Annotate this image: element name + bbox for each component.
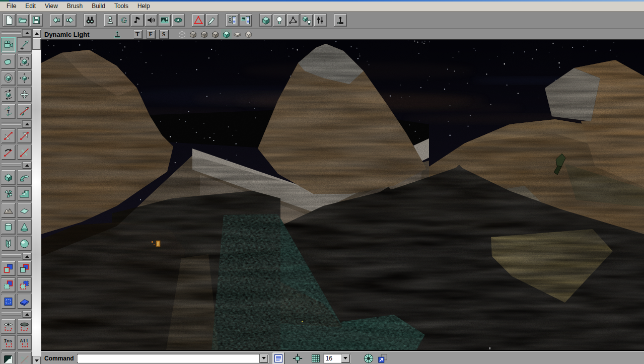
flip-clip-button[interactable] (1, 145, 16, 160)
delete-clip-button[interactable] (17, 145, 32, 160)
render-mode-zone-portal-button[interactable] (188, 29, 198, 39)
play-level-icon[interactable] (113, 30, 122, 39)
menu-item-edit[interactable]: Edit (21, 2, 40, 11)
surface-properties-button[interactable] (239, 14, 252, 27)
csg-intersect-button[interactable] (1, 277, 16, 293)
render-mode-flat-shaded-button[interactable] (232, 29, 243, 39)
show-all-actors-button[interactable]: All (17, 335, 32, 350)
scrollbar-thumb[interactable] (32, 38, 41, 50)
texture-browser-button[interactable] (158, 14, 171, 27)
render-mode-dynamic-light-button[interactable] (221, 29, 232, 39)
grid-size-dropdown-button[interactable] (341, 354, 350, 363)
show-selected-actors-button[interactable] (1, 319, 16, 334)
up-arrow-icon (35, 32, 39, 35)
texture-rotate-button[interactable]: T (1, 104, 16, 119)
vertex-editing-button[interactable] (17, 37, 32, 52)
menu-item-brush[interactable]: Brush (62, 2, 87, 11)
menu-item-help[interactable]: Help (133, 2, 155, 11)
actor-stretch-button[interactable] (17, 70, 32, 86)
volumetric-brush-button[interactable] (1, 236, 16, 251)
rebuild-all-button[interactable] (300, 14, 313, 27)
actor-move-button[interactable] (17, 87, 32, 102)
sound-browser-button[interactable] (145, 14, 158, 27)
grid-snap-button[interactable] (310, 353, 321, 364)
prefab-tool-button[interactable] (205, 14, 219, 27)
mesh-browser-button[interactable] (172, 14, 185, 27)
sphere-brush-button[interactable] (17, 236, 32, 251)
menu-item-build[interactable]: Build (87, 2, 110, 11)
brush-stretch-button[interactable] (1, 70, 16, 86)
cylinder-brush-button[interactable] (1, 220, 16, 235)
collapse-group-button[interactable] (22, 311, 32, 318)
render-mode-unlit-button[interactable] (243, 29, 254, 39)
actor-scale-button[interactable] (17, 54, 32, 69)
menu-item-file[interactable]: File (2, 2, 21, 11)
open-log-button[interactable] (272, 352, 285, 364)
actor-class-browser-button[interactable] (104, 14, 117, 27)
cube-brush-button[interactable] (1, 170, 16, 185)
group-browser-button[interactable]: G (117, 14, 130, 27)
mesh-viewer-button[interactable] (192, 14, 205, 27)
snap-scale-button[interactable] (17, 104, 32, 119)
collapse-group-button[interactable] (22, 29, 32, 37)
viewport-3d[interactable] (41, 40, 644, 351)
menubar: FileEditViewBrushBuildToolsHelp (0, 2, 644, 12)
command-dropdown-button[interactable] (259, 354, 268, 363)
palette-group-header-camera-tools (0, 29, 32, 37)
command-input[interactable] (78, 355, 259, 362)
collapse-group-button[interactable] (22, 253, 32, 260)
curved-stair-brush-button[interactable] (17, 170, 32, 185)
music-browser-button[interactable] (131, 14, 144, 27)
build-options-button[interactable] (314, 14, 327, 27)
add-special-brush-button[interactable] (1, 294, 16, 309)
spiral-stair-brush-button[interactable] (1, 186, 16, 201)
brush-scale-button[interactable] (1, 54, 16, 69)
csg-subtract-button[interactable] (17, 261, 32, 276)
maximize-viewport-button[interactable] (377, 353, 388, 364)
open-map-button[interactable] (16, 14, 29, 27)
actor-properties-button[interactable] (226, 14, 239, 27)
palette-scrollbar[interactable] (32, 29, 41, 364)
sheet-brush-button[interactable] (17, 203, 32, 218)
render-mode-bsp-cuts-button[interactable] (199, 29, 209, 39)
rebuild-paths-button[interactable] (287, 14, 300, 27)
linear-stair-brush-button[interactable] (17, 186, 32, 201)
viewport-mode-f-button[interactable]: F (146, 30, 156, 39)
viewport-mode-t-button[interactable]: T (133, 30, 142, 39)
vertex-snap-button[interactable] (292, 353, 303, 364)
invert-shown-actors-button[interactable]: Ins (1, 335, 16, 350)
csg-add-button[interactable] (1, 261, 16, 276)
clip-marker-alt-button[interactable] (17, 128, 32, 143)
search-actors-button[interactable] (84, 14, 97, 27)
add-mover-brush-button[interactable] (17, 294, 32, 309)
joystick-icon (335, 15, 345, 25)
clip-marker-button[interactable] (1, 128, 16, 143)
render-mode-textured-button[interactable] (210, 29, 221, 39)
rotation-grid-button[interactable] (363, 353, 374, 364)
delete-selected-button[interactable] (17, 352, 32, 364)
viewport-mode-s-button[interactable]: S (159, 30, 169, 39)
select-brushes-button[interactable] (1, 352, 16, 364)
hide-selected-actors-button[interactable] (17, 319, 32, 334)
cone-brush-button[interactable] (17, 220, 32, 235)
render-mode-wireframe-button[interactable] (177, 29, 187, 39)
csg-deintersect-button[interactable] (17, 277, 32, 293)
menu-item-view[interactable]: View (40, 2, 62, 11)
up-arrow-icon (25, 123, 29, 125)
rebuild-lighting-button[interactable] (273, 14, 286, 27)
scroll-down-button[interactable] (32, 356, 41, 364)
undo-button[interactable] (50, 14, 63, 27)
camera-movement-button[interactable] (1, 37, 16, 52)
rebuild-geometry-button[interactable] (259, 14, 272, 27)
redo-button[interactable] (63, 14, 77, 27)
collapse-group-button[interactable] (22, 120, 32, 128)
terrain-brush-button[interactable] (1, 203, 16, 218)
new-map-button[interactable] (3, 14, 16, 27)
scroll-up-button[interactable] (32, 29, 41, 38)
scrollbar-track[interactable] (32, 50, 41, 356)
play-map-button[interactable] (334, 14, 347, 27)
save-map-button[interactable] (30, 14, 43, 27)
menu-item-tools[interactable]: Tools (110, 2, 133, 11)
brush-rotate-button[interactable] (1, 87, 16, 102)
collapse-group-button[interactable] (22, 162, 32, 169)
